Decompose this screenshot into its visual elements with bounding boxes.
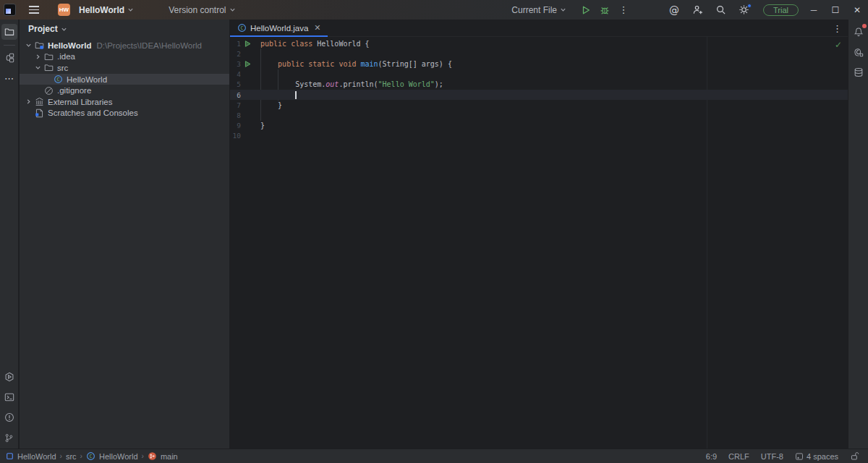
tree-item-helloworld[interactable]: CHelloWorld: [20, 74, 229, 85]
tab-helloworld-java[interactable]: C HelloWorld.java ✕: [230, 20, 328, 37]
structure-tool-button[interactable]: [1, 50, 17, 66]
settings-gear-icon[interactable]: [734, 2, 753, 18]
project-tree: HelloWorldD:\Projects\IDEA\HelloWorld.id…: [20, 40, 229, 119]
tree-item-path: D:\Projects\IDEA\HelloWorld: [96, 41, 202, 50]
editor-options-button[interactable]: ⋮: [833, 20, 842, 37]
status-bar: HelloWorld›src›CHelloWorld›main 6:9 CRLF…: [0, 449, 868, 463]
vcs-widget[interactable]: Version control: [166, 2, 238, 18]
code-line-5[interactable]: 5 System.out.println("Hello World");: [230, 80, 848, 90]
breadcrumb-separator: ›: [80, 452, 82, 460]
line-ending-widget[interactable]: CRLF: [728, 452, 749, 461]
code-line-9[interactable]: 9}: [230, 121, 848, 131]
encoding-widget[interactable]: UTF-8: [761, 452, 783, 461]
line-number: 8: [230, 111, 241, 119]
editor-area: C HelloWorld.java ✕ ⋮ ✓ 1public class He…: [230, 20, 848, 449]
code-text: }: [260, 122, 265, 129]
git-icon: [148, 451, 157, 461]
right-tool-strip: [848, 20, 868, 449]
project-name: HelloWorld: [79, 5, 124, 15]
svg-text:C: C: [56, 77, 59, 82]
project-folder-icon: [33, 41, 45, 50]
code-line-8[interactable]: 8: [230, 110, 848, 120]
scratches-icon: [33, 109, 45, 118]
run-gutter-icon[interactable]: [241, 60, 254, 68]
notification-dot: [862, 24, 867, 28]
tree-item--idea[interactable]: .idea: [20, 51, 229, 63]
write-access-lock-icon[interactable]: [850, 451, 859, 461]
git-tool-button[interactable]: [1, 430, 17, 446]
ide-window: HW HelloWorld Version control Current Fi…: [0, 0, 868, 463]
project-widget[interactable]: HelloWorld: [75, 2, 137, 18]
trial-badge[interactable]: Trial: [763, 4, 799, 16]
search-icon[interactable]: [711, 2, 730, 18]
terminal-tool-button[interactable]: [1, 389, 17, 405]
debug-button[interactable]: [595, 2, 614, 18]
line-number: 10: [230, 132, 241, 140]
caret-position-widget[interactable]: 6:9: [706, 452, 717, 461]
breadcrumb-label: HelloWorld: [99, 452, 138, 461]
ai-assistant-icon[interactable]: [851, 44, 867, 60]
main-menu-button[interactable]: [25, 2, 43, 18]
tree-item-src[interactable]: src: [20, 62, 229, 74]
maximize-button[interactable]: ☐: [825, 1, 846, 20]
breadcrumb-item-main[interactable]: main: [148, 451, 178, 461]
code-line-3[interactable]: 3 public static void main(String[] args)…: [230, 59, 848, 69]
run-configuration-selector[interactable]: Current File: [509, 2, 569, 18]
tree-item--gitignore[interactable]: .gitignore: [20, 85, 229, 96]
breadcrumb-label: src: [66, 452, 77, 461]
title-bar: HW HelloWorld Version control Current Fi…: [0, 0, 868, 20]
run-gutter-icon[interactable]: [241, 40, 254, 48]
line-number: 7: [230, 101, 241, 109]
notifications-bell-icon[interactable]: [851, 24, 867, 40]
breadcrumb-item-src[interactable]: src: [66, 452, 77, 461]
breadcrumb: HelloWorld›src›CHelloWorld›main: [0, 451, 178, 461]
code-text: public static void main(String[] args) {: [260, 60, 452, 68]
more-tools-button[interactable]: ⋯: [1, 70, 17, 86]
tab-close-icon[interactable]: ✕: [312, 23, 322, 33]
tree-item-label: src: [57, 64, 68, 72]
breadcrumb-item-helloworld[interactable]: CHelloWorld: [86, 451, 138, 461]
code-line-4[interactable]: 4: [230, 69, 848, 80]
tree-item-helloworld[interactable]: HelloWorldD:\Projects\IDEA\HelloWorld: [20, 40, 229, 51]
close-button[interactable]: ✕: [846, 1, 868, 20]
run-config-label: Current File: [511, 5, 557, 15]
code-line-6[interactable]: 6: [230, 90, 848, 100]
breadcrumb-item-helloworld[interactable]: HelloWorld: [6, 452, 56, 461]
tree-item-scratches-and-consoles[interactable]: Scratches and Consoles: [20, 108, 229, 119]
ignored-icon: [43, 86, 54, 95]
class-icon: C: [86, 451, 95, 461]
add-user-icon[interactable]: [688, 2, 707, 18]
run-button[interactable]: [576, 2, 595, 18]
line-number: 4: [230, 70, 241, 78]
chevron-down-icon: [560, 7, 566, 13]
breadcrumb-label: HelloWorld: [17, 452, 56, 461]
tree-item-external-libraries[interactable]: External Libraries: [20, 96, 229, 108]
more-actions-button[interactable]: ⋮: [614, 2, 633, 18]
code-area[interactable]: 1public class HelloWorld {23 public stat…: [230, 37, 848, 449]
indent-widget[interactable]: 4 spaces: [795, 452, 838, 461]
chevron-down-icon: [229, 7, 236, 13]
folder-icon: [43, 63, 54, 72]
chevron-down-icon[interactable]: [33, 64, 43, 71]
project-panel-title: Project: [28, 24, 58, 34]
problems-tool-button[interactable]: [1, 409, 17, 425]
minimize-button[interactable]: ─: [803, 1, 825, 20]
breadcrumb-separator: ›: [60, 452, 62, 460]
project-badge: HW: [58, 4, 70, 16]
code-line-7[interactable]: 7 }: [230, 100, 848, 110]
code-line-1[interactable]: 1public class HelloWorld {: [230, 38, 848, 48]
library-icon: [33, 97, 45, 106]
chevron-right-icon[interactable]: [24, 98, 33, 105]
services-tool-button[interactable]: [1, 369, 17, 385]
chevron-right-icon[interactable]: [33, 54, 43, 60]
code-line-10[interactable]: 10: [230, 131, 848, 141]
project-tool-button[interactable]: [1, 24, 17, 40]
database-icon[interactable]: [851, 64, 867, 80]
project-panel-header[interactable]: Project: [20, 20, 229, 38]
line-number: 5: [230, 80, 241, 88]
intellij-logo-icon: [4, 4, 16, 16]
breadcrumb-label: main: [161, 452, 178, 461]
chevron-down-icon[interactable]: [24, 42, 33, 48]
ai-icon[interactable]: @: [665, 2, 684, 18]
code-line-2[interactable]: 2: [230, 48, 848, 59]
